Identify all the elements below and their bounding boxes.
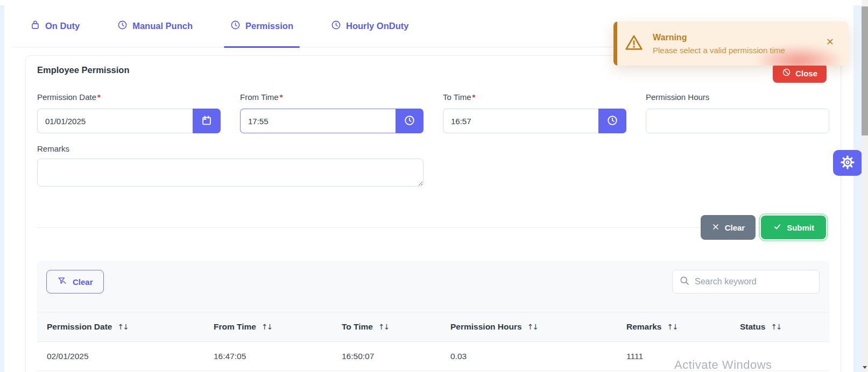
toast-close-button[interactable] (824, 35, 836, 49)
time-picker-button[interactable] (598, 109, 626, 133)
permission-table-section: Clear Permission Date↑↓ From Time↑↓ To T… (37, 261, 829, 372)
field-from-time: From Time* (240, 92, 424, 133)
cell-to-time: 16:50:07 (342, 352, 450, 361)
vertical-scrollbar[interactable] (862, 0, 868, 372)
tab-label: On Duty (45, 21, 80, 31)
sort-icon[interactable]: ↑↓ (262, 323, 272, 331)
search-icon (679, 275, 690, 288)
column-header-permission-date[interactable]: Permission Date↑↓ (47, 322, 214, 332)
column-header-remarks[interactable]: Remarks↑↓ (626, 322, 740, 332)
close-button[interactable]: Close (773, 63, 827, 83)
remarks-label: Remarks (37, 144, 829, 153)
table-header-row: Permission Date↑↓ From Time↑↓ To Time↑↓ … (37, 312, 829, 342)
required-mark: * (472, 92, 476, 102)
required-mark: * (97, 92, 101, 102)
cell-permission-hours: 0.03 (450, 352, 626, 361)
submit-button[interactable]: Submit (761, 216, 826, 239)
sort-icon[interactable]: ↑↓ (527, 323, 538, 331)
tab-hourly-onduty[interactable]: Hourly OnDuty (324, 5, 415, 47)
form-actions: Clear Submit (37, 213, 829, 241)
clock-icon (331, 20, 341, 32)
filter-off-icon (57, 276, 67, 288)
field-permission-hours: Permission Hours (646, 92, 829, 133)
tab-manual-punch[interactable]: Manual Punch (111, 5, 199, 47)
bag-icon (30, 20, 40, 32)
column-header-to-time[interactable]: To Time↑↓ (342, 322, 450, 332)
scrollbar-thumb[interactable] (862, 6, 868, 135)
required-mark: * (280, 92, 283, 102)
column-header-status[interactable]: Status↑↓ (740, 322, 820, 332)
tab-permission[interactable]: Permission (224, 5, 300, 47)
to-time-input[interactable] (443, 109, 598, 133)
sort-icon[interactable]: ↑↓ (378, 323, 389, 331)
calendar-icon (201, 115, 213, 128)
permission-hours-input[interactable] (646, 109, 829, 133)
clock-icon (404, 115, 415, 128)
clock-icon (230, 20, 241, 32)
page-title: Employee Permission (37, 65, 829, 75)
warning-triangle-icon (624, 33, 644, 54)
toast-body: Warning Please select a valid permission… (653, 33, 785, 55)
from-time-input[interactable] (240, 109, 396, 133)
field-to-time: To Time* (443, 92, 626, 133)
submit-focus-ring: Submit (759, 213, 828, 241)
gear-icon (840, 155, 855, 171)
time-picker-button[interactable] (396, 109, 424, 133)
toast-message: Please select a valid permission time (653, 46, 785, 55)
tab-label: Manual Punch (132, 21, 193, 31)
sort-icon[interactable]: ↑↓ (667, 323, 678, 331)
column-header-from-time[interactable]: From Time↑↓ (214, 322, 342, 332)
clear-button[interactable]: Clear (701, 215, 756, 240)
close-icon (826, 39, 834, 47)
field-label: Permission Date* (37, 92, 221, 102)
tab-label: Permission (245, 21, 293, 31)
x-icon (711, 223, 720, 233)
filter-clear-button[interactable]: Clear (46, 270, 104, 294)
sort-icon[interactable]: ↑↓ (117, 323, 128, 331)
permission-date-input[interactable] (37, 109, 193, 133)
warning-toast: Warning Please select a valid permission… (613, 22, 848, 66)
toast-title: Warning (653, 33, 785, 42)
field-label: Permission Hours (646, 92, 829, 102)
column-header-permission-hours[interactable]: Permission Hours↑↓ (450, 322, 626, 332)
field-label: To Time* (443, 92, 626, 102)
tab-on-duty[interactable]: On Duty (24, 5, 86, 47)
search-box (672, 270, 820, 294)
clock-icon (606, 115, 618, 128)
search-input[interactable] (695, 277, 813, 287)
clock-icon (117, 20, 128, 32)
cell-from-time: 16:47:05 (214, 352, 342, 361)
scrollbar-down-arrow-icon[interactable] (863, 366, 867, 369)
employee-permission-card: Employee Permission Close Permission Dat… (25, 55, 841, 372)
field-permission-date: Permission Date* (37, 92, 221, 133)
settings-flyout-button[interactable] (833, 150, 862, 176)
field-label: From Time* (240, 92, 424, 102)
tab-label: Hourly OnDuty (346, 21, 408, 31)
remarks-textarea[interactable] (37, 159, 424, 187)
calendar-picker-button[interactable] (193, 109, 221, 133)
top-strip (0, 0, 868, 5)
check-icon (773, 222, 782, 233)
ban-icon (782, 68, 791, 78)
sort-icon[interactable]: ↑↓ (771, 323, 781, 331)
toast-accent-bar (613, 22, 617, 66)
table-filter-row: Clear (37, 261, 829, 294)
cell-permission-date: 02/01/2025 (47, 352, 214, 361)
activate-windows-watermark: Activate Windows (674, 358, 772, 372)
permission-form: Permission Date* From Time* (37, 92, 829, 133)
